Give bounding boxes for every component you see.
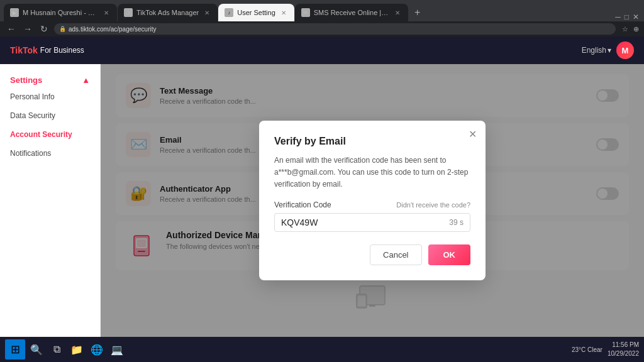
file-explorer-icon[interactable]: 📁 (68, 341, 86, 358)
language-selector[interactable]: English ▾ (582, 46, 611, 55)
modal-close-button[interactable]: ✕ (469, 128, 477, 140)
verification-code-label: Verification Code (274, 200, 331, 209)
address-text: ads.tiktok.com/ac/page/security (69, 26, 157, 33)
modal-title: Verify by Email (274, 136, 470, 147)
reload-button[interactable]: ↻ (38, 24, 50, 34)
start-button[interactable]: ⊞ (5, 339, 25, 359)
browser-tab[interactable]: ♪ TikTok Ads Manager ✕ (118, 4, 218, 21)
verify-email-modal: Verify by Email ✕ An email with the veri… (259, 121, 486, 281)
search-taskbar-icon[interactable]: 🔍 (28, 341, 45, 358)
for-business-label: For Business (40, 46, 84, 55)
maximize-button[interactable]: □ (625, 13, 629, 21)
tab-label: User Setting (237, 9, 275, 16)
system-tray: 23°C Clear 11:56 PM 10/29/2022 (572, 341, 639, 358)
sidebar-item-data-security[interactable]: Data Security (0, 106, 100, 125)
language-label: English (582, 46, 606, 55)
clock: 11:56 PM 10/29/2022 (608, 341, 639, 358)
confirm-button[interactable]: OK (428, 244, 471, 265)
chevron-up-icon: ▲ (82, 75, 90, 85)
tab-label: TikTok Ads Manager (136, 9, 199, 16)
sidebar-section-settings: Settings ▲ (0, 72, 100, 87)
modal-button-row: Cancel OK (274, 244, 470, 265)
cancel-button[interactable]: Cancel (370, 244, 421, 265)
browser-tab[interactable]: ▶ M Husnain Qureshi - YouTube ✕ (4, 4, 117, 21)
bookmark-icon[interactable]: ☆ (622, 25, 628, 33)
tiktok-logo: TikTok For Business (10, 45, 84, 55)
user-avatar[interactable]: M (616, 41, 634, 59)
app-container: TikTok For Business English ▾ M Settings… (0, 36, 644, 337)
task-view-icon[interactable]: ⧉ (48, 341, 65, 358)
modal-overlay: Verify by Email ✕ An email with the veri… (101, 64, 644, 337)
weather-info: 23°C Clear (572, 346, 602, 353)
address-bar[interactable]: 🔒 ads.tiktok.com/ac/page/security (54, 23, 616, 35)
tab-favicon: ♪ (124, 8, 133, 17)
lock-icon: 🔒 (59, 26, 66, 32)
browser-chrome: ▶ M Husnain Qureshi - YouTube ✕ ♪ TikTok… (0, 0, 644, 36)
tab-close-button[interactable]: ✕ (203, 8, 211, 17)
tab-label: M Husnain Qureshi - YouTube (23, 9, 98, 16)
taskbar: ⊞ 🔍 ⧉ 📁 🌐 💻 23°C Clear 11:56 PM 10/29/20… (0, 337, 644, 362)
countdown-timer: 39 s (449, 218, 464, 227)
tab-favicon: ✉ (301, 8, 310, 17)
back-button[interactable]: ← (5, 24, 18, 34)
tab-close-button[interactable]: ✕ (279, 8, 288, 17)
sidebar-item-notifications[interactable]: Notifications (0, 144, 100, 163)
modal-description: An email with the verification code has … (274, 155, 470, 191)
tab-bar: ▶ M Husnain Qureshi - YouTube ✕ ♪ TikTok… (0, 0, 644, 21)
tab-favicon: ♪ (225, 8, 233, 17)
sidebar: Settings ▲ Personal Info Data Security A… (0, 64, 101, 337)
terminal-taskbar-icon[interactable]: 💻 (108, 341, 126, 358)
tab-close-button[interactable]: ✕ (102, 8, 111, 17)
browser-tab[interactable]: ✉ SMS Receive Online | United St... ✕ (295, 4, 408, 21)
chrome-taskbar-icon[interactable]: 🌐 (88, 341, 106, 358)
chevron-down-icon: ▾ (608, 46, 611, 55)
tab-favicon: ▶ (10, 8, 19, 17)
sidebar-item-personal-info[interactable]: Personal Info (0, 87, 100, 106)
address-bar-row: ← → ↻ 🔒 ads.tiktok.com/ac/page/security … (0, 21, 644, 36)
verification-code-input[interactable] (281, 217, 444, 228)
browser-tab[interactable]: ♪ User Setting ✕ (218, 4, 294, 21)
minimize-button[interactable]: ─ (615, 13, 621, 21)
tab-label: SMS Receive Online | United St... (314, 9, 389, 16)
content-area: 💬 Text Message Receive a verification co… (101, 64, 644, 337)
sidebar-item-account-security[interactable]: Account Security (0, 125, 100, 144)
resend-hint[interactable]: Didn't receive the code? (396, 201, 470, 209)
modal-label-row: Verification Code Didn't receive the cod… (274, 200, 470, 209)
tiktok-wordmark: TikTok (10, 45, 38, 55)
main-layout: Settings ▲ Personal Info Data Security A… (0, 64, 644, 337)
close-button[interactable]: ✕ (633, 13, 639, 21)
top-nav: TikTok For Business English ▾ M (0, 36, 644, 64)
verification-code-input-row: 39 s (274, 213, 470, 232)
new-tab-button[interactable]: + (409, 4, 426, 21)
tab-close-button[interactable]: ✕ (393, 8, 402, 17)
sidebar-section-label: Settings (10, 75, 42, 85)
extensions-icon[interactable]: ⊕ (633, 25, 639, 33)
forward-button[interactable]: → (21, 24, 34, 34)
